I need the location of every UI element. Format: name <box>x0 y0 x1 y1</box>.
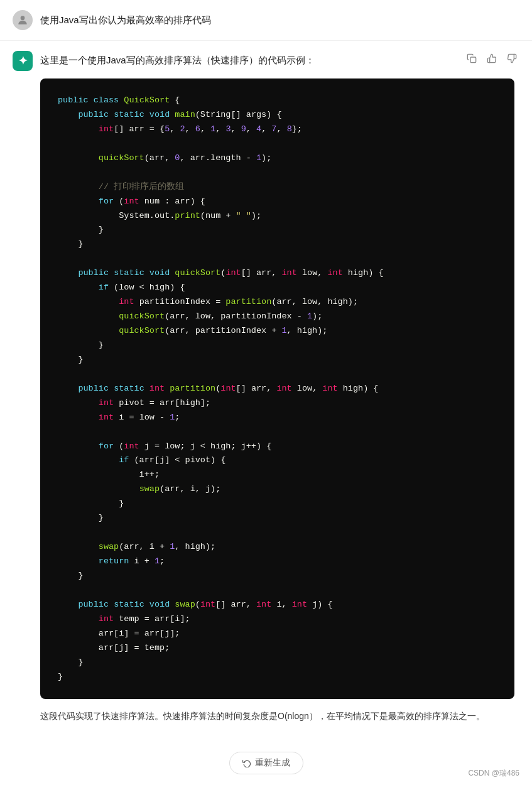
user-message-text: 使用Java写出你认为最高效率的排序代码 <box>40 14 211 26</box>
attribution-text: CSDN @瑞486 <box>468 769 519 777</box>
user-avatar <box>13 10 33 30</box>
attribution: CSDN @瑞486 <box>468 768 519 779</box>
code-block-container: public class QuickSort { public static v… <box>40 78 514 699</box>
ai-avatar: ✦ <box>13 51 33 71</box>
ai-intro-text: 这里是一个使用Java写的高效排序算法（快速排序）的代码示例： <box>40 51 457 67</box>
thumbup-button[interactable] <box>484 51 499 66</box>
copy-button[interactable] <box>464 51 479 66</box>
regenerate-button[interactable]: 重新生成 <box>229 752 303 774</box>
ai-footer-content: 这段代码实现了快速排序算法。快速排序算法的时间复杂度是O(nlogn），在平均情… <box>40 711 485 721</box>
ai-footer-text: 这段代码实现了快速排序算法。快速排序算法的时间复杂度是O(nlogn），在平均情… <box>40 709 519 724</box>
regenerate-icon <box>242 759 251 767</box>
ai-message: ✦ 这里是一个使用Java写的高效排序算法（快速排序）的代码示例： <box>0 41 532 734</box>
ai-logo-icon: ✦ <box>18 54 28 68</box>
svg-rect-1 <box>470 57 476 63</box>
svg-point-0 <box>21 16 25 20</box>
user-message: 使用Java写出你认为最高效率的排序代码 <box>0 0 532 41</box>
ai-actions <box>464 51 519 66</box>
regenerate-label: 重新生成 <box>255 757 290 769</box>
regenerate-area: 重新生成 <box>0 739 532 785</box>
ai-message-header: ✦ 这里是一个使用Java写的高效排序算法（快速排序）的代码示例： <box>13 51 519 71</box>
thumbdown-button[interactable] <box>504 51 519 66</box>
code-block: public class QuickSort { public static v… <box>58 94 497 684</box>
